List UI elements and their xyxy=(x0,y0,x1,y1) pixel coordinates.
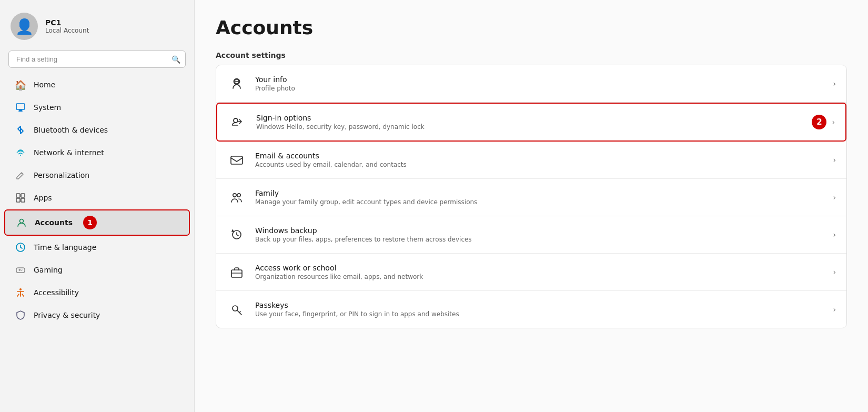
sign-in-chevron: › xyxy=(832,118,835,126)
work-text: Access work or school Organization resou… xyxy=(255,264,827,280)
backup-name: Windows backup xyxy=(255,226,827,235)
avatar-icon: 👤 xyxy=(15,18,34,35)
setting-item-email[interactable]: Email & accounts Accounts used by email,… xyxy=(216,142,846,179)
your-info-text: Your info Profile photo xyxy=(255,75,827,92)
pc-name: PC1 xyxy=(45,18,89,27)
search-input[interactable] xyxy=(8,51,186,68)
email-chevron: › xyxy=(833,156,836,164)
passkeys-chevron: › xyxy=(833,305,836,314)
passkeys-text: Passkeys Use your face, fingerprint, or … xyxy=(255,301,827,318)
setting-item-sign-in[interactable]: Sign-in options Windows Hello, security … xyxy=(216,103,846,142)
sign-in-desc: Windows Hello, security key, password, d… xyxy=(256,123,805,130)
family-chevron: › xyxy=(833,193,836,202)
home-icon: 🏠 xyxy=(15,79,26,91)
setting-item-backup[interactable]: Windows backup Back up your files, apps,… xyxy=(216,216,846,254)
sidebar-item-privacy[interactable]: Privacy & security xyxy=(4,304,190,326)
backup-icon xyxy=(227,225,247,245)
svg-point-10 xyxy=(19,288,22,290)
time-icon xyxy=(15,242,26,253)
svg-rect-4 xyxy=(21,194,25,197)
svg-point-7 xyxy=(20,219,24,223)
sidebar-item-time[interactable]: Time & language xyxy=(4,236,190,258)
your-info-desc: Profile photo xyxy=(255,85,827,92)
work-icon xyxy=(227,262,247,282)
sidebar-item-label: Bluetooth & devices xyxy=(34,126,108,134)
sidebar-item-accessibility[interactable]: Accessibility xyxy=(4,282,190,304)
profile-info: PC1 Local Account xyxy=(45,18,89,34)
settings-list: Your info Profile photo › Sign-in option… xyxy=(216,65,847,328)
work-desc: Organization resources like email, apps,… xyxy=(255,273,827,280)
sidebar-item-system[interactable]: System xyxy=(4,96,190,118)
backup-desc: Back up your files, apps, preferences to… xyxy=(255,236,827,243)
privacy-icon xyxy=(15,309,26,321)
work-name: Access work or school xyxy=(255,264,827,272)
setting-item-your-info[interactable]: Your info Profile photo › xyxy=(216,65,846,103)
setting-item-family[interactable]: Family Manage your family group, edit ac… xyxy=(216,179,846,216)
sidebar-item-label: Privacy & security xyxy=(34,311,100,319)
your-info-name: Your info xyxy=(255,75,827,84)
email-name: Email & accounts xyxy=(255,152,827,160)
profile-section: 👤 PC1 Local Account xyxy=(0,0,194,48)
sidebar-item-accounts[interactable]: Accounts 1 xyxy=(4,209,190,236)
svg-point-14 xyxy=(234,118,238,123)
svg-rect-6 xyxy=(21,198,25,202)
svg-rect-2 xyxy=(19,109,22,110)
sign-in-badge: 2 xyxy=(812,115,826,129)
work-chevron: › xyxy=(833,268,836,276)
backup-chevron: › xyxy=(833,230,836,239)
sidebar-item-label: Personalization xyxy=(34,171,89,179)
search-box[interactable]: 🔍 xyxy=(8,51,186,68)
sidebar-item-label: Apps xyxy=(34,194,52,202)
system-icon xyxy=(15,102,26,113)
network-icon xyxy=(15,147,26,158)
accessibility-icon xyxy=(15,287,26,298)
personalization-icon xyxy=(15,169,26,181)
family-desc: Manage your family group, edit account t… xyxy=(255,198,827,206)
sidebar-item-bluetooth[interactable]: Bluetooth & devices xyxy=(4,119,190,141)
bluetooth-icon xyxy=(15,124,26,136)
sign-in-name: Sign-in options xyxy=(256,114,805,122)
svg-rect-18 xyxy=(231,270,242,277)
sidebar-item-home[interactable]: 🏠 Home xyxy=(4,74,190,96)
svg-rect-5 xyxy=(16,198,20,202)
svg-rect-15 xyxy=(231,156,243,164)
email-text: Email & accounts Accounts used by email,… xyxy=(255,152,827,168)
email-desc: Accounts used by email, calendar, and co… xyxy=(255,161,827,168)
page-title: Accounts xyxy=(216,17,847,38)
main-content: Accounts Account settings Your info Prof… xyxy=(195,0,868,412)
svg-rect-0 xyxy=(16,104,25,109)
svg-point-16 xyxy=(233,194,236,197)
sidebar-item-network[interactable]: Network & internet xyxy=(4,142,190,164)
sidebar-item-gaming[interactable]: Gaming xyxy=(4,259,190,281)
passkeys-name: Passkeys xyxy=(255,301,827,309)
svg-point-17 xyxy=(237,194,240,197)
sign-in-icon xyxy=(228,112,248,132)
setting-item-work[interactable]: Access work or school Organization resou… xyxy=(216,254,846,291)
sidebar-item-label: Accessibility xyxy=(34,288,79,297)
gaming-icon xyxy=(15,264,26,276)
section-label: Account settings xyxy=(216,51,847,59)
passkeys-icon xyxy=(227,299,247,319)
backup-text: Windows backup Back up your files, apps,… xyxy=(255,226,827,243)
your-info-icon xyxy=(227,74,247,94)
svg-rect-1 xyxy=(18,110,23,112)
email-icon xyxy=(227,150,247,170)
family-text: Family Manage your family group, edit ac… xyxy=(255,189,827,206)
sidebar-item-personalization[interactable]: Personalization xyxy=(4,164,190,186)
accounts-icon xyxy=(16,217,27,228)
sidebar-item-label: Accounts xyxy=(35,218,73,227)
account-type: Local Account xyxy=(45,27,89,34)
sidebar-item-label: Gaming xyxy=(34,266,63,274)
apps-icon xyxy=(15,192,26,204)
your-info-chevron: › xyxy=(833,79,836,88)
sidebar-item-label: Network & internet xyxy=(34,148,104,157)
sidebar-item-apps[interactable]: Apps xyxy=(4,187,190,209)
passkeys-desc: Use your face, fingerprint, or PIN to si… xyxy=(255,310,827,318)
sidebar-nav: 🏠 Home System Bluetooth & devices Networ… xyxy=(0,73,194,412)
avatar: 👤 xyxy=(11,13,38,40)
search-icon: 🔍 xyxy=(171,55,180,64)
sign-in-text: Sign-in options Windows Hello, security … xyxy=(256,114,805,130)
setting-item-passkeys[interactable]: Passkeys Use your face, fingerprint, or … xyxy=(216,291,846,328)
sidebar-item-label: Time & language xyxy=(34,243,96,252)
family-icon xyxy=(227,187,247,207)
